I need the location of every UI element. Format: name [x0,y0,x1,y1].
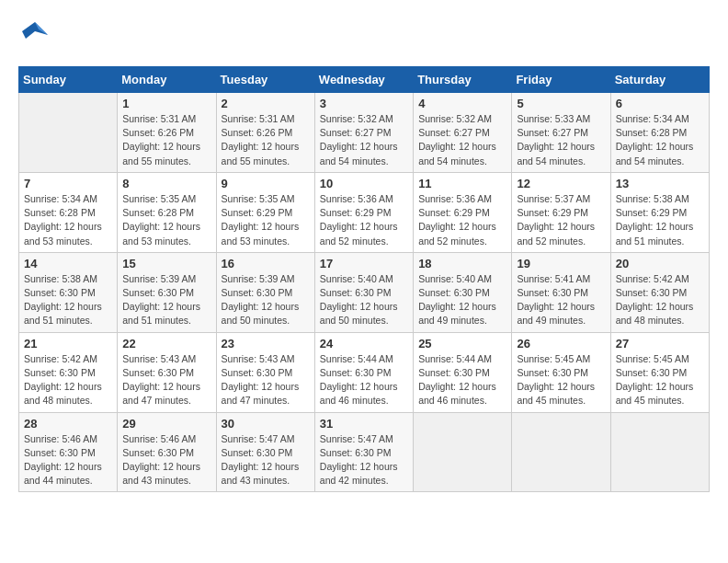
calendar-cell: 28Sunrise: 5:46 AM Sunset: 6:30 PM Dayli… [19,412,118,492]
calendar-cell: 31Sunrise: 5:47 AM Sunset: 6:30 PM Dayli… [314,412,413,492]
calendar-cell: 20Sunrise: 5:42 AM Sunset: 6:30 PM Dayli… [610,252,709,332]
calendar-cell: 23Sunrise: 5:43 AM Sunset: 6:30 PM Dayli… [216,332,314,412]
calendar-cell: 19Sunrise: 5:41 AM Sunset: 6:30 PM Dayli… [512,252,610,332]
day-info: Sunrise: 5:34 AM Sunset: 6:28 PM Dayligh… [616,112,704,168]
calendar-cell [414,412,512,492]
day-info: Sunrise: 5:33 AM Sunset: 6:27 PM Dayligh… [517,112,605,168]
calendar-week-row: 14Sunrise: 5:38 AM Sunset: 6:30 PM Dayli… [19,252,710,332]
day-number: 15 [122,257,210,270]
weekday-header-tuesday: Tuesday [216,67,314,93]
calendar-cell: 24Sunrise: 5:44 AM Sunset: 6:30 PM Dayli… [314,332,413,412]
day-info: Sunrise: 5:39 AM Sunset: 6:30 PM Dayligh… [222,272,310,328]
calendar-cell: 10Sunrise: 5:36 AM Sunset: 6:29 PM Dayli… [314,172,413,252]
calendar-cell: 30Sunrise: 5:47 AM Sunset: 6:30 PM Dayli… [216,412,314,492]
calendar-cell: 15Sunrise: 5:39 AM Sunset: 6:30 PM Dayli… [118,252,216,332]
day-number: 24 [320,337,408,350]
calendar-cell: 5Sunrise: 5:33 AM Sunset: 6:27 PM Daylig… [512,93,610,173]
day-number: 27 [616,337,704,350]
day-number: 1 [122,97,210,110]
day-info: Sunrise: 5:37 AM Sunset: 6:29 PM Dayligh… [517,192,605,248]
day-info: Sunrise: 5:31 AM Sunset: 6:26 PM Dayligh… [122,112,210,168]
calendar-cell: 12Sunrise: 5:37 AM Sunset: 6:29 PM Dayli… [512,172,610,252]
calendar-cell [512,412,610,492]
calendar-cell: 14Sunrise: 5:38 AM Sunset: 6:30 PM Dayli… [19,252,118,332]
calendar-cell: 29Sunrise: 5:46 AM Sunset: 6:30 PM Dayli… [118,412,216,492]
day-info: Sunrise: 5:44 AM Sunset: 6:30 PM Dayligh… [418,352,506,408]
calendar-cell: 17Sunrise: 5:40 AM Sunset: 6:30 PM Dayli… [314,252,413,332]
calendar-week-row: 7Sunrise: 5:34 AM Sunset: 6:28 PM Daylig… [19,172,710,252]
day-info: Sunrise: 5:42 AM Sunset: 6:30 PM Dayligh… [24,352,112,408]
day-info: Sunrise: 5:45 AM Sunset: 6:30 PM Dayligh… [616,352,704,408]
day-number: 20 [616,257,704,270]
day-info: Sunrise: 5:32 AM Sunset: 6:27 PM Dayligh… [320,112,408,168]
weekday-header-sunday: Sunday [19,67,118,93]
calendar-table: SundayMondayTuesdayWednesdayThursdayFrid… [18,66,710,492]
day-number: 8 [122,177,210,190]
calendar-header: SundayMondayTuesdayWednesdayThursdayFrid… [19,67,710,93]
calendar-cell: 22Sunrise: 5:43 AM Sunset: 6:30 PM Dayli… [118,332,216,412]
day-number: 9 [222,177,310,190]
svg-marker-0 [22,22,48,39]
day-info: Sunrise: 5:46 AM Sunset: 6:30 PM Dayligh… [122,432,210,488]
weekday-header-monday: Monday [118,67,216,93]
day-number: 17 [320,257,408,270]
day-info: Sunrise: 5:35 AM Sunset: 6:29 PM Dayligh… [222,192,310,248]
day-number: 31 [320,417,408,431]
day-number: 16 [222,257,310,270]
calendar-cell: 13Sunrise: 5:38 AM Sunset: 6:29 PM Dayli… [610,172,709,252]
day-info: Sunrise: 5:38 AM Sunset: 6:29 PM Dayligh… [616,192,704,248]
logo [18,18,55,52]
calendar-cell: 27Sunrise: 5:45 AM Sunset: 6:30 PM Dayli… [610,332,709,412]
day-info: Sunrise: 5:39 AM Sunset: 6:30 PM Dayligh… [122,272,210,328]
day-info: Sunrise: 5:38 AM Sunset: 6:30 PM Dayligh… [24,272,112,328]
calendar-cell: 25Sunrise: 5:44 AM Sunset: 6:30 PM Dayli… [414,332,512,412]
day-number: 18 [418,257,506,270]
calendar-cell: 7Sunrise: 5:34 AM Sunset: 6:28 PM Daylig… [19,172,118,252]
calendar-cell: 3Sunrise: 5:32 AM Sunset: 6:27 PM Daylig… [314,93,413,173]
calendar-cell: 26Sunrise: 5:45 AM Sunset: 6:30 PM Dayli… [512,332,610,412]
day-number: 22 [122,337,210,350]
day-number: 29 [122,417,210,431]
weekday-header-thursday: Thursday [414,67,512,93]
day-info: Sunrise: 5:43 AM Sunset: 6:30 PM Dayligh… [222,352,310,408]
calendar-week-row: 21Sunrise: 5:42 AM Sunset: 6:30 PM Dayli… [19,332,710,412]
day-info: Sunrise: 5:47 AM Sunset: 6:30 PM Dayligh… [222,432,310,488]
day-number: 5 [517,97,605,110]
day-number: 10 [320,177,408,190]
calendar-cell: 6Sunrise: 5:34 AM Sunset: 6:28 PM Daylig… [610,93,709,173]
calendar-week-row: 1Sunrise: 5:31 AM Sunset: 6:26 PM Daylig… [19,93,710,173]
day-info: Sunrise: 5:46 AM Sunset: 6:30 PM Dayligh… [24,432,112,488]
day-number: 3 [320,97,408,110]
logo-icon [18,18,51,52]
day-info: Sunrise: 5:41 AM Sunset: 6:30 PM Dayligh… [517,272,605,328]
day-info: Sunrise: 5:43 AM Sunset: 6:30 PM Dayligh… [122,352,210,408]
weekday-header-friday: Friday [512,67,610,93]
calendar-cell: 16Sunrise: 5:39 AM Sunset: 6:30 PM Dayli… [216,252,314,332]
day-number: 23 [222,337,310,350]
day-number: 11 [418,177,506,190]
calendar-cell: 2Sunrise: 5:31 AM Sunset: 6:26 PM Daylig… [216,93,314,173]
day-info: Sunrise: 5:47 AM Sunset: 6:30 PM Dayligh… [320,432,408,488]
calendar-week-row: 28Sunrise: 5:46 AM Sunset: 6:30 PM Dayli… [19,412,710,492]
day-number: 4 [418,97,506,110]
day-number: 19 [517,257,605,270]
day-info: Sunrise: 5:36 AM Sunset: 6:29 PM Dayligh… [320,192,408,248]
day-number: 2 [222,97,310,110]
day-info: Sunrise: 5:32 AM Sunset: 6:27 PM Dayligh… [418,112,506,168]
weekday-header-saturday: Saturday [610,67,709,93]
calendar-cell: 18Sunrise: 5:40 AM Sunset: 6:30 PM Dayli… [414,252,512,332]
day-info: Sunrise: 5:36 AM Sunset: 6:29 PM Dayligh… [418,192,506,248]
calendar-cell: 11Sunrise: 5:36 AM Sunset: 6:29 PM Dayli… [414,172,512,252]
day-info: Sunrise: 5:42 AM Sunset: 6:30 PM Dayligh… [616,272,704,328]
day-number: 13 [616,177,704,190]
day-number: 30 [222,417,310,431]
day-info: Sunrise: 5:35 AM Sunset: 6:28 PM Dayligh… [122,192,210,248]
day-number: 21 [24,337,112,350]
day-info: Sunrise: 5:45 AM Sunset: 6:30 PM Dayligh… [517,352,605,408]
day-info: Sunrise: 5:40 AM Sunset: 6:30 PM Dayligh… [418,272,506,328]
day-info: Sunrise: 5:34 AM Sunset: 6:28 PM Dayligh… [24,192,112,248]
day-number: 12 [517,177,605,190]
day-number: 14 [24,257,112,270]
calendar-cell [610,412,709,492]
day-number: 25 [418,337,506,350]
